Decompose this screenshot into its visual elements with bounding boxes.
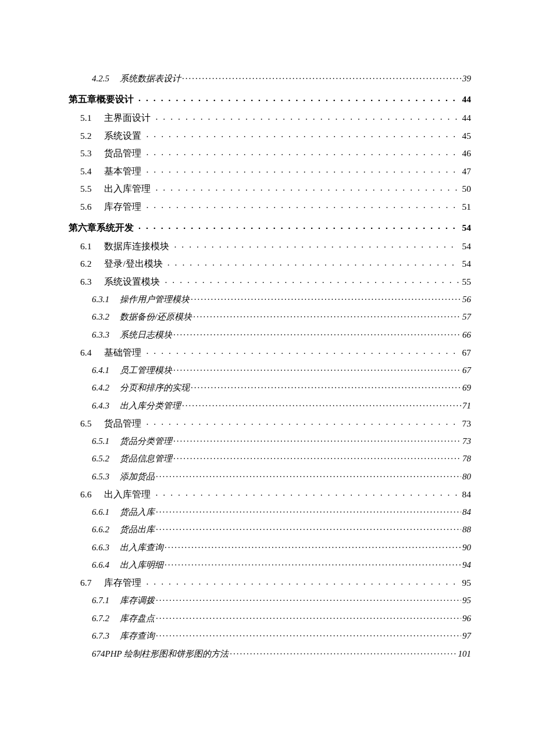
toc-subsection: 4.2.5系统数据表设计............................… [69,73,471,83]
toc-entry-label: 6.6.3出入库查询 [92,543,163,552]
toc-entry-label: 6.7库存管理 [80,578,141,587]
toc-entry-page: 45 [462,131,472,141]
toc-entry-label: 6.5货品管理 [80,419,141,428]
toc-leader: ........................................… [156,471,461,479]
toc-entry-page: 67 [462,366,471,375]
toc-entry-title: 数据备份/还原模块 [120,313,192,321]
toc-entry-label: 5.3货品管理 [80,149,141,158]
toc-leader: ........................................… [155,112,458,121]
toc-entry-title: 第五章概要设计 [69,95,134,104]
toc-leader: ........................................… [182,73,461,81]
toc-entry-title: 库存调拨 [120,596,155,605]
toc-section: 6.7库存管理.................................… [69,577,471,587]
toc-entry-number: 6.5.3 [92,472,109,481]
toc-entry-page: 67 [462,348,472,357]
toc-leader: ........................................… [173,364,461,373]
toc-leader: ........................................… [146,130,458,139]
toc-entry-title: 出入库管理 [104,184,151,194]
toc-leader: ........................................… [173,453,461,461]
toc-entry-page: 95 [462,596,471,605]
toc-leader: ........................................… [146,200,458,210]
toc-entry-title: 操作用户管理模块 [120,295,190,304]
toc-entry-label: 674PHP 绘制柱形图和饼形图的方法 [92,650,229,658]
toc-entry-page: 47 [462,167,472,176]
toc-leader: ........................................… [146,417,458,427]
toc-entry-title: 出入库查询 [120,543,163,552]
toc-subsection: 6.6.4出入库明细..............................… [69,559,471,569]
toc-leader: ........................................… [146,346,458,356]
toc-entry-title: 员工管理模块 [120,366,172,375]
toc-entry-number: 6.4 [80,348,91,357]
toc-entry-page: 50 [462,184,472,194]
toc-subsection: 6.6.3出入库查询..............................… [69,542,471,552]
toc-entry-label: 6.3系统设置模块 [80,277,160,286]
toc-entry-label: 6.6.1货品入库 [92,508,155,517]
toc-entry-number: 5.3 [80,149,91,158]
toc-leader: ........................................… [174,240,458,249]
toc-entry-page: 96 [462,614,471,623]
toc-section: 5.2系统设置.................................… [69,130,471,140]
toc-leader: ........................................… [138,94,459,103]
toc-subsection: 6.4.2分页和排序的实现...........................… [69,382,471,392]
toc-entry-page: 39 [462,74,471,83]
toc-entry-title: 基本管理 [104,167,141,176]
toc-subsection: 6.3.3系统日志模块.............................… [69,329,471,339]
toc-leader: ........................................… [146,148,458,157]
toc-entry-page: 94 [462,561,471,569]
toc-entry-number: 5.6 [80,202,91,212]
toc-subsection: 6.6.1货品入库...............................… [69,506,471,517]
toc-entry-number: 6.7.3 [92,632,109,640]
toc-entry-title: 货品信息管理 [120,454,172,463]
toc-section: 6.2登录/登出模块..............................… [69,258,471,268]
toc-entry-number: 6.4.3 [92,402,109,410]
toc-entry-label: 6.6.2货品出库 [92,525,155,534]
toc-subsection: 6.4.1员工管理模块.............................… [69,364,471,375]
toc-leader: ........................................… [156,594,461,603]
toc-subsection: 6.3.1操作用户管理模块...........................… [69,293,471,304]
toc-entry-page: 54 [462,223,472,232]
toc-entry-number: 6.3.3 [92,331,109,339]
toc-section: 5.1主界面设计................................… [69,112,471,123]
toc-entry-title: 库存盘点 [120,614,155,623]
toc-entry-title: 系统设置模块 [104,277,160,286]
toc-section: 6.6出入库管理................................… [69,488,471,499]
toc-section: 6.5货品管理.................................… [69,417,471,428]
toc-subsection: 6.4.3出入库分类管理............................… [69,400,471,410]
toc-section: 5.3货品管理.................................… [69,148,471,158]
toc-entry-label: 6.6出入库管理 [80,490,151,499]
toc-leader: ........................................… [146,165,458,174]
toc-entry-number: 5.4 [80,167,91,176]
toc-leader: ........................................… [156,524,461,532]
toc-entry-title: 货品出库 [120,525,155,534]
toc-subsection: 6.6.2货品出库...............................… [69,524,471,534]
toc-leader: ........................................… [138,221,459,231]
toc-leader: ........................................… [191,293,461,302]
toc-entry-title: 数据库连接模块 [104,242,169,251]
toc-section: 5.4基本管理.................................… [69,165,471,175]
toc-entry-number: 4.2.5 [92,74,109,83]
toc-entry-page: 73 [462,437,471,446]
toc-entry-page: 69 [462,384,471,392]
toc-subsection: 6.7.3库存查询...............................… [69,630,471,640]
toc-entry-label: 6.1数据库连接模块 [80,242,169,251]
toc-entry-number: 6.1 [80,242,91,251]
toc-entry-number: 6.3.1 [92,295,109,304]
toc-entry-label: 5.2系统设置 [80,131,141,141]
toc-entry-page: 90 [462,543,471,552]
toc-entry-label: 6.7.1库存调拨 [92,596,155,605]
toc-entry-title: 系统数据表设计 [120,74,181,83]
toc-entry-page: 55 [462,277,472,286]
toc-leader: ........................................… [155,488,458,497]
toc-entry-label: 5.6库存管理 [80,202,141,212]
toc-entry-number: 6.3.2 [92,313,109,321]
toc-leader: ........................................… [165,542,461,550]
toc-entry-title: 登录/登出模块 [104,259,162,268]
toc-entry-number: 6.6.2 [92,525,109,534]
toc-subsection: 6.7.2库存盘点...............................… [69,612,471,623]
toc-entry-page: 78 [462,454,471,463]
toc-entry-title: 出入库分类管理 [120,402,181,410]
toc-leader: ........................................… [156,506,461,515]
toc-entry-title: 货品管理 [104,419,141,428]
toc-subsection: 6.5.3添加货品...............................… [69,471,471,481]
toc-entry-label: 6.4.1员工管理模块 [92,366,172,375]
